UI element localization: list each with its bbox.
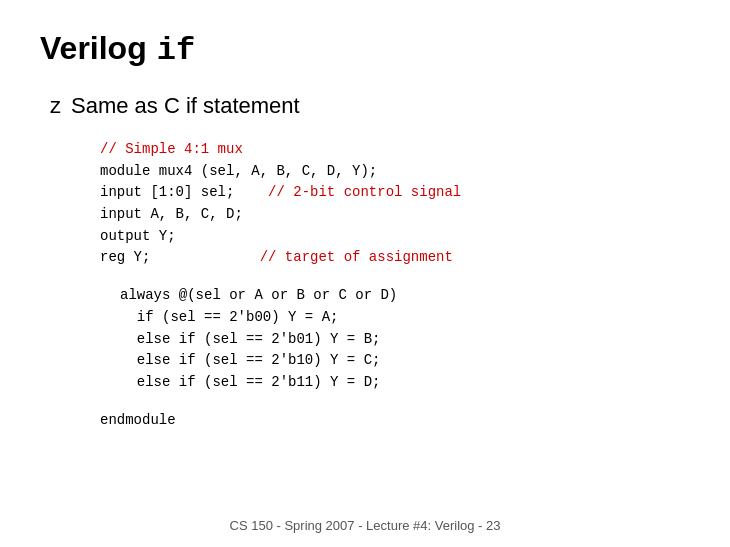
bullet-text: Same as C if statement	[71, 93, 300, 119]
always-line-4: else if (sel == 2'b10) Y = C;	[120, 350, 690, 372]
comment-2bit: // 2-bit control signal	[268, 184, 461, 200]
comment-target: // target of assignment	[260, 249, 453, 265]
always-line-1: always @(sel or A or B or C or D)	[120, 285, 690, 307]
always-line-3: else if (sel == 2'b01) Y = B;	[120, 329, 690, 351]
code-line-5: output Y;	[100, 226, 690, 248]
code-line-1: // Simple 4:1 mux	[100, 139, 690, 161]
main-code-block: // Simple 4:1 mux module mux4 (sel, A, B…	[100, 139, 690, 269]
code-line-2: module mux4 (sel, A, B, C, D, Y);	[100, 161, 690, 183]
code-input-sel: input [1:0] sel;	[100, 184, 268, 200]
always-line-5: else if (sel == 2'b11) Y = D;	[120, 372, 690, 394]
footer-text: CS 150 - Spring 2007 - Lecture #4: Veril…	[230, 518, 501, 533]
code-line-4: input A, B, C, D;	[100, 204, 690, 226]
always-line-2: if (sel == 2'b00) Y = A;	[120, 307, 690, 329]
code-module: module mux4 (sel, A, B, C, D, Y);	[100, 163, 377, 179]
comment-simple-mux: // Simple 4:1 mux	[100, 141, 243, 157]
always-code-block: always @(sel or A or B or C or D) if (se…	[120, 285, 690, 393]
footer: CS 150 - Spring 2007 - Lecture #4: Veril…	[0, 518, 730, 533]
endmodule-line: endmodule	[100, 410, 690, 432]
code-line-6: reg Y; // target of assignment	[100, 247, 690, 269]
title-code: if	[157, 32, 195, 69]
code-line-3: input [1:0] sel; // 2-bit control signal	[100, 182, 690, 204]
bullet-row: z Same as C if statement	[50, 93, 690, 119]
bullet-symbol: z	[50, 93, 61, 119]
title-row: Verilog if	[40, 30, 690, 69]
endmodule-text: endmodule	[100, 412, 176, 428]
code-reg-y: reg Y;	[100, 249, 260, 265]
code-input-abcd: input A, B, C, D;	[100, 206, 243, 222]
slide: Verilog if z Same as C if statement // S…	[0, 0, 730, 547]
code-output-y: output Y;	[100, 228, 176, 244]
title-text: Verilog	[40, 30, 147, 67]
